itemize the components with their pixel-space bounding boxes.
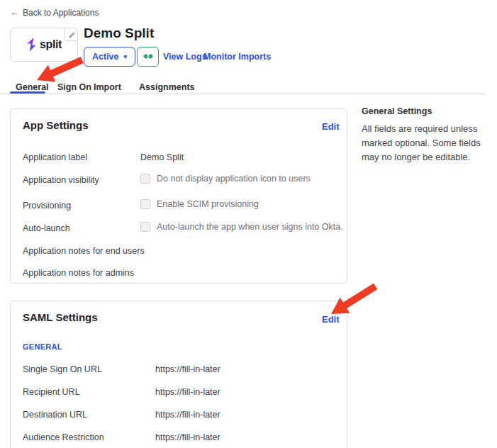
saml-settings-title: SAML Settings: [23, 311, 98, 323]
tab-assignments[interactable]: Assignments: [139, 82, 195, 92]
scim-provisioning-checkbox[interactable]: [140, 199, 150, 209]
auto-launch-checkbox-label: Auto-launch the app when user signs into…: [157, 222, 343, 232]
field-value-destination-url: https://fill-in-later: [155, 410, 220, 420]
saml-settings-edit-button[interactable]: Edit: [322, 314, 340, 325]
sidebar-heading: General Settings: [362, 106, 432, 116]
field-label-destination-url: Destination URL: [23, 410, 87, 420]
application-visibility-checkbox-label: Do not display application icon to users: [157, 174, 311, 184]
field-label-recipient-url: Recipient URL: [23, 387, 80, 397]
monitor-imports-link[interactable]: Monitor Imports: [203, 52, 271, 62]
tab-general[interactable]: General: [16, 82, 49, 92]
active-status-dropdown[interactable]: Active ▾: [84, 47, 135, 67]
application-visibility-option: Do not display application icon to users: [140, 174, 311, 184]
field-label-application-visibility: Application visibility: [23, 175, 99, 185]
field-label-audience-restriction: Audience Restriction: [23, 432, 104, 442]
tabs-divider: [0, 94, 485, 94]
app-logo-tile: split: [10, 28, 78, 62]
view-logs-link[interactable]: View Logs: [163, 52, 207, 62]
saml-general-section-heading: GENERAL: [23, 342, 62, 351]
chevron-down-icon: ▾: [124, 53, 128, 60]
saml-settings-card: SAML Settings Edit GENERAL Single Sign O…: [10, 301, 347, 448]
sidebar-help-text: All fields are required unless marked op…: [362, 122, 495, 164]
field-value-sso-url: https://fill-in-later: [155, 364, 220, 374]
field-label-notes-admins: Application notes for admins: [23, 268, 134, 278]
field-value-audience-restriction: https://fill-in-later: [155, 432, 220, 442]
auto-launch-checkbox[interactable]: [140, 222, 150, 232]
active-status-label: Active: [92, 52, 119, 62]
field-value-application-label: Demo Split: [140, 152, 184, 162]
page: ← Back to Applications split: [0, 0, 497, 448]
back-link-label: Back to Applications: [23, 8, 99, 18]
app-settings-title: App Settings: [23, 119, 89, 131]
page-title: Demo Split: [84, 26, 154, 41]
handshake-icon: [143, 52, 154, 61]
field-label-application-label: Application label: [23, 152, 87, 162]
split-logo-wordmark: split: [40, 38, 62, 51]
field-label-sso-url: Single Sign On URL: [23, 364, 102, 374]
split-logo-icon: [26, 38, 37, 52]
pencil-icon: [68, 31, 75, 38]
app-settings-edit-button[interactable]: Edit: [322, 121, 340, 132]
edit-logo-button[interactable]: [65, 28, 77, 41]
auto-launch-option: Auto-launch the app when user signs into…: [140, 222, 343, 232]
app-catalog-button[interactable]: [137, 47, 159, 67]
tab-sign-on[interactable]: Sign On: [57, 82, 91, 92]
application-visibility-checkbox[interactable]: [140, 174, 150, 184]
field-label-auto-launch: Auto-launch: [23, 223, 70, 233]
back-to-applications-link[interactable]: ← Back to Applications: [10, 7, 99, 18]
field-label-provisioning: Provisioning: [23, 201, 71, 211]
app-settings-card: App Settings Edit Application label Demo…: [10, 108, 347, 284]
scim-provisioning-checkbox-label: Enable SCIM provisioning: [157, 199, 259, 209]
back-arrow-icon: ←: [10, 7, 19, 18]
provisioning-option: Enable SCIM provisioning: [140, 199, 259, 209]
field-value-recipient-url: https://fill-in-later: [155, 387, 220, 397]
tab-import[interactable]: Import: [94, 82, 121, 92]
field-label-notes-end-users: Application notes for end users: [23, 246, 145, 256]
